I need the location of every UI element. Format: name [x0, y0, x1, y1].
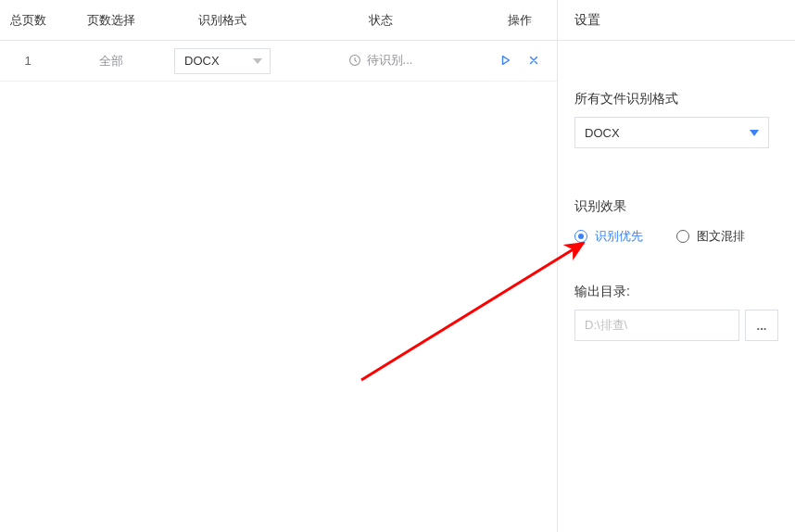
th-total-pages: 总页数	[0, 12, 56, 29]
browse-button[interactable]: ...	[745, 310, 778, 341]
chevron-down-icon	[750, 130, 759, 136]
cell-page-select[interactable]: 全部	[56, 53, 167, 70]
th-status: 状态	[278, 12, 483, 29]
radio-icon	[574, 230, 587, 243]
chevron-down-icon	[253, 58, 262, 64]
main-panel: 总页数 页数选择 识别格式 状态 操作 1 全部 DOCX	[0, 0, 558, 532]
all-format-value: DOCX	[585, 126, 620, 140]
cell-status: 待识别...	[278, 52, 483, 70]
side-title: 设置	[558, 0, 795, 41]
table-row: 1 全部 DOCX 待识别...	[0, 41, 557, 82]
output-path-value: D:\排查\	[585, 317, 627, 334]
radio-image-text-mixed[interactable]: 图文混排	[676, 228, 745, 245]
clock-icon	[348, 54, 361, 67]
radio-label: 识别优先	[595, 228, 643, 245]
cell-ops	[483, 53, 557, 70]
effect-label: 识别效果	[574, 198, 778, 215]
radio-recognition-priority[interactable]: 识别优先	[574, 228, 643, 245]
cell-total-pages: 1	[0, 54, 56, 68]
th-page-select: 页数选择	[56, 12, 167, 29]
cell-format: DOCX	[167, 48, 278, 74]
play-button[interactable]	[498, 53, 513, 68]
table-header: 总页数 页数选择 识别格式 状态 操作	[0, 0, 557, 41]
all-format-label: 所有文件识别格式	[574, 91, 778, 108]
side-panel: 设置 所有文件识别格式 DOCX 识别效果 识别优先 图文混排	[558, 0, 795, 532]
row-format-value: DOCX	[184, 54, 220, 68]
output-label: 输出目录:	[574, 284, 778, 300]
all-format-select[interactable]: DOCX	[574, 117, 769, 148]
th-ops: 操作	[483, 12, 557, 29]
row-format-select[interactable]: DOCX	[174, 48, 271, 74]
radio-label: 图文混排	[697, 228, 745, 245]
status-text: 待识别...	[367, 52, 413, 69]
output-path-input[interactable]: D:\排查\	[574, 310, 739, 341]
th-format: 识别格式	[167, 12, 278, 29]
radio-icon	[676, 230, 689, 243]
close-button[interactable]	[526, 53, 541, 68]
